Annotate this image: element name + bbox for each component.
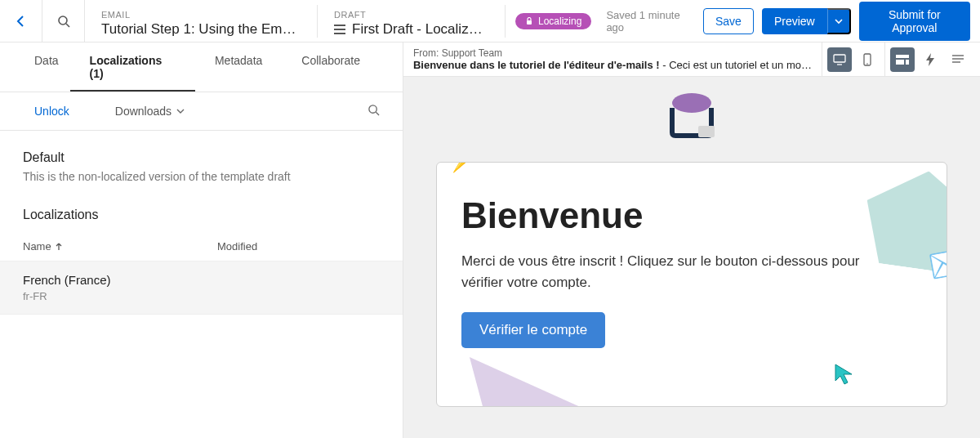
tab-metadata[interactable]: Metadata [195,42,282,92]
from-label: From: [413,47,439,59]
desktop-icon [833,54,846,65]
col-name-header[interactable]: Name [23,240,217,253]
preview-header: From: Support Team Bienvenue dans le tut… [403,42,980,77]
preview-tools [822,42,980,77]
preview-canvas: ⚡ ✉️ Bienvenue Merci de vous être inscri… [403,77,980,438]
search-icon [57,15,70,28]
desktop-view-button[interactable] [827,47,852,72]
breadcrumb-draft-title: First Draft - Localizations [352,21,488,38]
default-title: Default [23,150,380,165]
from-line: From: Support Team [413,47,812,59]
text-lines-icon [952,55,964,65]
subject-line: Bienvenue dans le tutoriel de l'éditeur … [413,59,812,71]
downloads-dropdown[interactable]: Downloads [115,105,185,118]
cursor-decoration-icon [834,363,857,388]
localization-section: Default This is the non-localized versio… [0,131,403,315]
localization-row[interactable]: French (France) fr-FR [0,261,403,315]
preview-button[interactable]: Preview [762,8,827,34]
right-panel: From: Support Team Bienvenue dans le tut… [403,42,980,438]
table-header: Name Modified [23,234,380,261]
chevron-left-icon [15,15,28,28]
col-modified-header[interactable]: Modified [217,240,380,253]
top-right: Localizing Saved 1 minute ago Save Previ… [506,0,980,42]
svg-rect-9 [896,55,909,58]
breadcrumb-email-title: Tutorial Step 1: Using the Email B… [101,21,301,38]
svg-rect-2 [527,20,532,25]
breadcrumb-email[interactable]: EMAIL Tutorial Step 1: Using the Email B… [85,5,318,38]
subject-rest: - Ceci est un tutoriel et un mo… [660,59,812,71]
tab-collaborate[interactable]: Collaborate [282,42,380,92]
mobile-icon [863,53,871,66]
menu-icon [334,25,345,34]
from-value: Support Team [442,47,503,59]
envelope-decoration-icon: ✉️ [925,240,947,287]
subbar: Unlock Downloads [0,92,403,131]
layout-view-button[interactable] [890,47,915,72]
mobile-view-button[interactable] [855,47,880,72]
svg-rect-11 [906,60,909,65]
email-heading: Bienvenue [461,195,922,236]
chevron-down-icon [835,17,843,25]
save-button[interactable]: Save [703,8,754,34]
back-button[interactable] [0,0,42,42]
email-card: ⚡ ✉️ Bienvenue Merci de vous être inscri… [436,162,947,407]
verify-button[interactable]: Vérifier le compte [461,312,605,348]
svg-point-15 [672,93,711,113]
localizations-heading: Localizations [23,208,380,222]
layout-icon [896,55,909,65]
breadcrumb-email-label: EMAIL [101,10,301,20]
tab-localizations[interactable]: Localizations (1) [70,42,195,92]
subject-bold: Bienvenue dans le tutoriel de l'éditeur … [413,59,660,71]
main: Data Localizations (1) Metadata Collabor… [0,42,980,438]
lightning-icon [926,53,934,66]
bolt-decoration-icon: ⚡ [447,162,475,173]
triangle-decoration [470,357,600,407]
sort-asc-icon [55,243,63,251]
status-chip: Localizing [515,13,591,29]
submit-button[interactable]: Submit for Approval [859,2,970,41]
preview-dropdown[interactable] [827,8,851,34]
localization-code: fr-FR [23,290,380,302]
svg-point-0 [59,16,67,25]
search-icon [368,104,380,116]
svg-line-1 [66,24,69,27]
saved-text: Saved 1 minute ago [606,9,688,34]
svg-point-8 [866,63,868,65]
breadcrumb-draft[interactable]: DRAFT First Draft - Localizations [318,5,506,38]
top-left: EMAIL Tutorial Step 1: Using the Email B… [0,0,506,42]
left-panel: Data Localizations (1) Metadata Collabor… [0,42,403,438]
search-button[interactable] [42,0,85,42]
svg-rect-5 [834,55,845,62]
hero-envelope-icon [659,93,724,142]
localization-name: French (France) [23,273,380,287]
text-view-button[interactable] [946,47,970,72]
preview-button-group: Preview [762,8,851,34]
breadcrumb-draft-label: DRAFT [334,10,488,20]
tabs: Data Localizations (1) Metadata Collabor… [0,42,403,92]
svg-line-4 [376,112,379,115]
default-desc: This is the non-localized version of the… [23,170,380,183]
preview-meta: From: Support Team Bienvenue dans le tut… [403,44,822,74]
chevron-down-icon [176,107,185,115]
tab-data[interactable]: Data [23,42,70,92]
email-paragraph: Merci de vous être inscrit ! Cliquez sur… [461,251,862,293]
mode-group [884,42,975,77]
lock-icon [525,17,533,25]
col-name-label: Name [23,240,51,253]
device-group [822,42,884,77]
panel-search-button[interactable] [368,104,380,118]
svg-rect-10 [896,60,904,65]
amp-view-button[interactable] [918,47,942,72]
svg-rect-16 [698,126,715,137]
top-bar: EMAIL Tutorial Step 1: Using the Email B… [0,0,980,42]
downloads-label: Downloads [115,105,172,118]
svg-point-3 [369,105,376,113]
status-chip-label: Localizing [538,16,581,27]
unlock-link[interactable]: Unlock [23,105,69,118]
